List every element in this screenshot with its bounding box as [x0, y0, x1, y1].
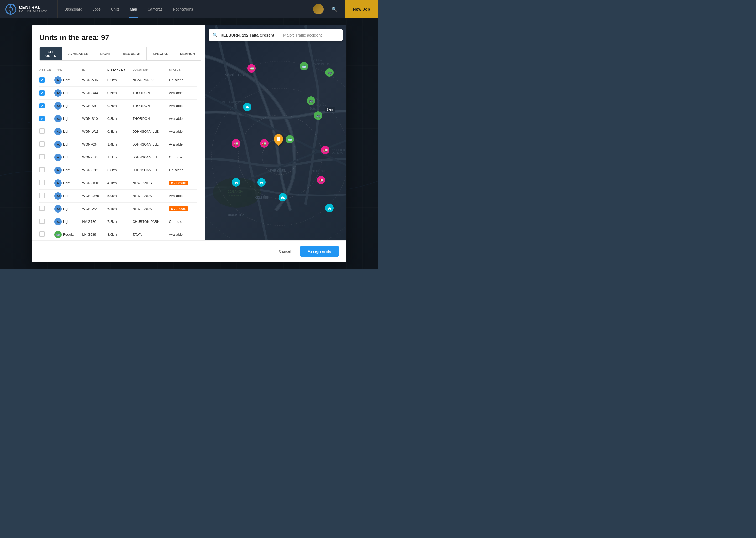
- map-marker-truck1[interactable]: 🚛: [247, 64, 256, 73]
- status-cell: On route: [169, 215, 197, 228]
- status-text: Available: [169, 130, 183, 134]
- location-cell: NGAURANGA: [132, 74, 169, 86]
- col-header-assign: ASSIGN: [39, 66, 54, 74]
- map-marker-moto1[interactable]: 🏍: [243, 103, 252, 111]
- status-text: Available: [169, 117, 183, 121]
- cancel-button[interactable]: Cancel: [273, 246, 296, 256]
- map-marker-moto4[interactable]: 🏍: [278, 193, 287, 201]
- tab-special[interactable]: SPECIAL: [147, 47, 174, 60]
- id-cell: WGN-D44: [82, 86, 107, 99]
- new-job-button[interactable]: New Job: [345, 0, 378, 18]
- map-marker-moto5[interactable]: 🏍: [325, 204, 334, 212]
- type-cell: 🏍 Light: [54, 86, 82, 99]
- type-cell: 🏍 Light: [54, 151, 82, 164]
- map-marker-moto3[interactable]: 🏍: [257, 178, 266, 187]
- tab-available[interactable]: AVAILABLE: [63, 47, 95, 60]
- tab-search[interactable]: SEARCH: [174, 47, 201, 60]
- map-marker-bus3[interactable]: 🚌: [307, 96, 315, 105]
- assign-checkbox[interactable]: [39, 167, 45, 172]
- nav-dashboard[interactable]: Dashboard: [63, 0, 84, 18]
- map-marker-truck3[interactable]: 🚛: [260, 139, 268, 148]
- status-cell: Available: [169, 125, 197, 138]
- map-marker-truck5[interactable]: 🚛: [317, 176, 325, 184]
- unit-icon: 🏍: [54, 167, 62, 174]
- unit-type-badge: 🏍 Light: [54, 167, 71, 174]
- table-row: 🏍 Light WGN-W13 0.8km JOHNSONVILLE Avail…: [39, 125, 197, 138]
- status-cell: Available: [169, 99, 197, 112]
- table-row: 🏍 Light WGN-S10 0.8km THORDON Available: [39, 112, 197, 125]
- svg-text:Wellington: Wellington: [332, 148, 345, 151]
- svg-text:ZEALANDIA: ZEALANDIA: [228, 190, 243, 193]
- id-cell: HV-G780: [82, 215, 107, 228]
- assign-cell: [39, 189, 54, 202]
- map-marker-bus5[interactable]: 🚌: [286, 135, 294, 143]
- unit-icon: 🏍: [54, 205, 62, 213]
- location-cell: CHURTON PARK: [132, 215, 169, 228]
- assign-checkbox[interactable]: [39, 116, 45, 121]
- id-cell: WGN-W21: [82, 202, 107, 215]
- nav-notifications[interactable]: Notifications: [172, 0, 194, 18]
- location-cell: JOHNSONVILLE: [132, 164, 169, 177]
- table-row: 🏍 Light WGN-S81 0.7km THORDON Available: [39, 99, 197, 112]
- assign-checkbox[interactable]: [39, 129, 45, 134]
- assign-checkbox[interactable]: [39, 78, 45, 83]
- nav-jobs[interactable]: Jobs: [92, 0, 102, 18]
- assign-checkbox[interactable]: [39, 206, 45, 211]
- distance-cell: 0.7km: [107, 99, 132, 112]
- modal-footer: Cancel Assign units: [31, 241, 347, 262]
- unit-type-badge: 🏍 Light: [54, 205, 71, 213]
- map-search-desc: Major: Traffic accident: [283, 33, 321, 37]
- tab-light[interactable]: LIGHT: [94, 47, 117, 60]
- unit-icon: 🏍: [54, 218, 62, 225]
- assign-checkbox[interactable]: [39, 154, 45, 159]
- assign-cell: [39, 125, 54, 138]
- map-marker-moto2[interactable]: 🏍: [232, 178, 240, 187]
- assign-checkbox[interactable]: [39, 219, 45, 224]
- id-cell: WGN-G12: [82, 164, 107, 177]
- assign-checkbox[interactable]: [39, 232, 45, 237]
- map-marker-truck4[interactable]: 🚛: [321, 146, 329, 154]
- map-marker-truck2[interactable]: 🚛: [232, 139, 240, 148]
- status-text: On route: [169, 220, 182, 224]
- type-cell: 🏍 Light: [54, 125, 82, 138]
- left-panel: Units in the area: 97 ALL UNITS AVAILABL…: [31, 26, 205, 241]
- status-cell: Available: [169, 138, 197, 151]
- assign-button[interactable]: Assign units: [300, 246, 339, 257]
- nav-map[interactable]: Map: [129, 0, 138, 18]
- status-cell: Available: [169, 86, 197, 99]
- table-row: 🏍 Light WGN-D44 0.5km THORDON Available: [39, 86, 197, 99]
- distance-cell: 0.8km: [107, 112, 132, 125]
- svg-point-1: [9, 7, 13, 11]
- col-header-distance[interactable]: DISTANCE ▾: [107, 66, 132, 74]
- nav-units[interactable]: Units: [110, 0, 121, 18]
- unit-type-badge: 🏍 Light: [54, 154, 71, 161]
- map-marker-bus1[interactable]: 🚌: [300, 62, 308, 71]
- location-cell: THORDON: [132, 86, 169, 99]
- map-marker-bus2[interactable]: 🚌: [325, 68, 334, 77]
- brand-logo: [5, 4, 16, 15]
- assign-checkbox[interactable]: [39, 90, 45, 96]
- assign-cell: [39, 86, 54, 99]
- unit-type-badge: 🏍 Light: [54, 102, 71, 110]
- search-icon[interactable]: 🔍: [329, 4, 340, 15]
- unit-type-badge: 🏍 Light: [54, 141, 71, 148]
- assign-checkbox[interactable]: [39, 141, 45, 146]
- assign-checkbox[interactable]: [39, 193, 45, 198]
- assign-checkbox[interactable]: [39, 180, 45, 185]
- type-cell: 🏍 Light: [54, 164, 82, 177]
- map-marker-bus4[interactable]: 🚌: [314, 111, 322, 120]
- tab-all-units[interactable]: ALL UNITS: [40, 47, 63, 60]
- map-search-bar: 🔍 KELBURN, 192 Taita Cresent | Major: Tr…: [209, 29, 343, 41]
- nav-cameras[interactable]: Cameras: [146, 0, 164, 18]
- table-row: 🏍 Light WGN-W21 6.1km NEWLANDS OVERDUE: [39, 202, 197, 215]
- assign-checkbox[interactable]: [39, 103, 45, 108]
- tab-regular[interactable]: REGULAR: [117, 47, 147, 60]
- distance-label: 6km: [325, 107, 335, 112]
- avatar[interactable]: [313, 4, 324, 15]
- distance-cell: 0.2km: [107, 74, 132, 86]
- id-cell: WGN-S81: [82, 99, 107, 112]
- assign-cell: [39, 74, 54, 86]
- location-cell: THORDON: [132, 112, 169, 125]
- status-cell: On route: [169, 151, 197, 164]
- distance-cell: 0.5km: [107, 86, 132, 99]
